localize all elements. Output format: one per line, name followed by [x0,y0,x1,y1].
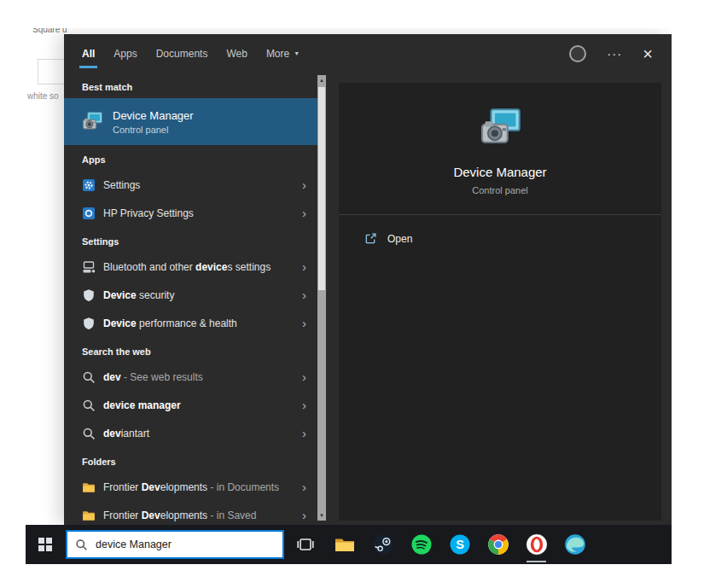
tab-all[interactable]: All [82,34,95,73]
close-icon[interactable]: × [643,45,653,62]
tab-label: Documents [156,48,208,60]
running-indicator [527,561,546,562]
search-results-panel: Best match Device Manager Control panel … [64,73,317,525]
scrollbar-thumb[interactable] [318,87,325,290]
search-icon [82,427,96,440]
chrome-icon[interactable] [479,525,517,564]
result-label: deviantart [103,428,302,440]
result-label: Settings [103,179,302,191]
best-match-text: Device Manager Control panel [113,109,194,135]
tab-apps[interactable]: Apps [113,34,137,73]
devices-icon [82,260,96,274]
tab-documents[interactable]: Documents [156,34,208,73]
section-header: Search the web [64,337,317,363]
result-label: Bluetooth and other devices settings [103,261,302,273]
chevron-right-icon[interactable]: › [302,260,309,273]
preview-panel: Device Manager Control panel Open [339,83,661,521]
taskbar-search-input[interactable] [96,539,275,550]
dropdown-arrow-icon: ▼ [294,50,300,56]
result-label: Device security [103,289,302,301]
search-icon [82,399,96,412]
taskbar-search-box[interactable] [66,530,284,559]
folder-icon [82,480,96,494]
scroll-down-icon[interactable]: ▼ [317,510,326,521]
section-header: Apps [64,145,317,171]
task-view-button[interactable] [288,525,323,564]
scroll-up-icon[interactable]: ▲ [317,75,326,85]
results-sections: AppsSettings›HP Privacy Settings›Setting… [64,145,317,525]
tab-label: All [82,48,95,60]
background-text-fragment: white so [27,91,59,101]
svg-text:S: S [456,538,464,551]
chevron-right-icon[interactable]: › [302,480,309,493]
folder-icon [82,509,96,522]
result-label: Frontier Developments - in Documents [103,481,302,493]
result-item[interactable]: device manager› [64,391,317,419]
chevron-right-icon[interactable]: › [302,317,309,329]
edge-icon[interactable] [556,525,594,564]
settings-app-icon [82,178,96,192]
result-item[interactable]: Bluetooth and other devices settings› [64,253,317,281]
shield-icon [82,288,96,302]
open-label: Open [387,233,412,245]
search-tab-bar: AllAppsDocumentsWebMore▼ ··· × [64,34,672,73]
chevron-right-icon[interactable]: › [302,427,309,440]
chevron-right-icon[interactable]: › [302,288,309,301]
open-icon [364,232,377,245]
result-label: Device performance & health [103,317,302,329]
result-label: dev - See web results [103,371,302,383]
tab-more[interactable]: More▼ [266,34,300,73]
chevron-right-icon[interactable]: › [302,370,309,383]
section-header: Folders [64,447,317,473]
result-item[interactable]: Device security› [64,281,317,309]
result-item[interactable]: Settings› [64,171,317,199]
best-match-subtitle: Control panel [113,125,194,135]
chevron-right-icon[interactable]: › [302,207,309,219]
tab-bar-actions: ··· × [569,34,672,73]
result-item[interactable]: Frontier Developments - in Saved› [64,501,317,525]
spotify-icon[interactable] [402,525,440,564]
device-manager-icon [80,110,104,134]
account-avatar[interactable] [569,45,586,62]
preview-title: Device Manager [339,165,661,179]
section-header-best-match: Best match [64,73,317,98]
best-match-result[interactable]: Device Manager Control panel [64,98,317,145]
more-options-icon[interactable]: ··· [607,47,622,60]
screenshot: Square u white so AllAppsDocumentsWebMor… [26,28,672,564]
result-item[interactable]: Frontier Developments - in Documents› [64,473,317,501]
chevron-right-icon[interactable]: › [302,399,309,411]
hp-privacy-icon [82,207,96,220]
skype-icon[interactable]: S [440,525,479,564]
result-item[interactable]: Device performance & health› [64,309,317,337]
pinned-apps: S [325,525,594,564]
result-item[interactable]: HP Privacy Settings› [64,199,317,227]
preview-subtitle: Control panel [339,185,661,195]
shield-icon [82,317,96,330]
tab-web[interactable]: Web [226,34,247,73]
start-button[interactable] [26,525,65,564]
taskbar: S [26,525,672,564]
result-label: Frontier Developments - in Saved [103,509,302,521]
search-icon [82,370,96,384]
device-manager-icon-large [476,105,524,153]
result-item[interactable]: dev - See web results› [64,363,317,391]
result-label: device manager [103,399,302,411]
result-item[interactable]: deviantart› [64,419,317,447]
tab-label: Apps [113,48,137,60]
opera-icon[interactable] [517,525,556,564]
search-icon [75,539,88,551]
tab-label: More [266,48,289,60]
open-action[interactable]: Open [339,232,661,245]
file-explorer-icon[interactable] [325,525,364,564]
divider [339,214,661,215]
steam-icon[interactable] [364,525,402,564]
chevron-right-icon[interactable]: › [302,509,309,521]
windows-logo-icon [38,538,52,551]
best-match-title: Device Manager [113,109,194,122]
results-scrollbar[interactable]: ▲ ▼ [317,75,326,521]
background-text-fragment: Square u [32,28,67,34]
chevron-right-icon[interactable]: › [302,178,309,191]
section-header: Settings [64,227,317,253]
windows-search-flyout: AllAppsDocumentsWebMore▼ ··· × Best matc… [64,34,672,525]
result-label: HP Privacy Settings [103,207,302,219]
